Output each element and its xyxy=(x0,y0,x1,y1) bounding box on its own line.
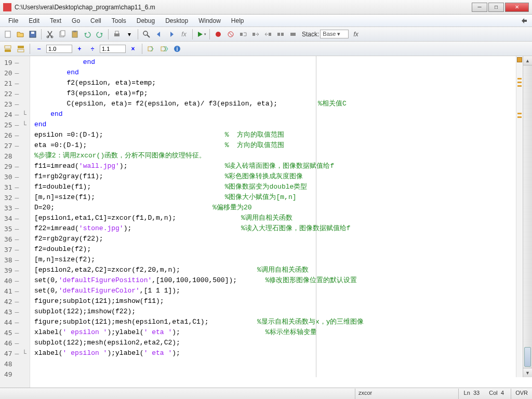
plus-icon[interactable]: + xyxy=(74,43,85,55)
redo-icon[interactable] xyxy=(94,29,105,40)
breakpoint-set-icon[interactable] xyxy=(212,29,224,40)
code-area[interactable]: end end f2(epsilon, eta)=temp; f3(epsilo… xyxy=(30,56,532,388)
save-icon[interactable] xyxy=(27,29,38,40)
svg-point-11 xyxy=(143,31,148,35)
cut-icon[interactable] xyxy=(44,29,56,40)
scroll-up-icon[interactable]: ▲ xyxy=(523,56,532,65)
svg-rect-24 xyxy=(18,46,24,48)
multiply-field[interactable] xyxy=(100,45,126,53)
titlebar: C:\Users\vera\Desktop\chap_program\chap1… xyxy=(0,0,532,15)
info-icon[interactable]: i xyxy=(171,43,183,55)
step-in-icon[interactable] xyxy=(250,29,261,40)
svg-rect-2 xyxy=(31,32,34,34)
times-icon[interactable]: × xyxy=(127,43,139,55)
stack-select[interactable]: Base ▾ xyxy=(320,30,348,38)
print-icon[interactable] xyxy=(111,29,123,40)
function-hint-icon[interactable]: fx xyxy=(178,29,190,40)
scroll-down-icon[interactable]: ▼ xyxy=(523,368,532,377)
gutter[interactable]: 19—20—21—22—23—24—└25—└26—27—2829—30—31—… xyxy=(0,56,30,388)
svg-rect-22 xyxy=(5,46,11,48)
window-title: C:\Users\vera\Desktop\chap_program\chap1… xyxy=(15,4,472,11)
svg-point-13 xyxy=(216,32,221,37)
goto-fwd-icon[interactable] xyxy=(166,29,177,40)
svg-rect-17 xyxy=(252,33,255,36)
function-browser-icon[interactable]: fx xyxy=(354,31,358,38)
step-icon[interactable] xyxy=(237,29,249,40)
open-icon[interactable] xyxy=(15,29,26,40)
new-icon[interactable] xyxy=(2,29,14,40)
svg-line-15 xyxy=(229,32,233,36)
toolbar-main: ▾ fx ▾ Stack: Base ▾ fx xyxy=(0,27,532,42)
menu-go[interactable]: Go xyxy=(68,16,84,25)
cell-insert-above-icon[interactable] xyxy=(2,43,14,55)
svg-rect-18 xyxy=(269,33,271,36)
message-strip xyxy=(516,56,522,377)
exit-debug-icon[interactable] xyxy=(287,29,299,40)
status-line-label: Ln 33 xyxy=(464,390,480,398)
status-function: zxcor xyxy=(355,389,433,399)
eval-cell-icon[interactable] xyxy=(145,43,157,55)
menu-desktop[interactable]: Desktop xyxy=(161,16,192,25)
menu-edit[interactable]: Edit xyxy=(24,16,44,25)
vertical-scrollbar[interactable]: ▲ ▼ xyxy=(523,56,532,377)
svg-rect-19 xyxy=(277,33,280,36)
close-button[interactable]: ✕ xyxy=(505,3,529,12)
svg-rect-16 xyxy=(240,33,243,36)
status-col-label: Col 4 xyxy=(489,390,504,398)
divide-icon[interactable]: ÷ xyxy=(87,43,98,55)
undo-icon[interactable] xyxy=(82,29,93,40)
svg-rect-8 xyxy=(73,31,76,32)
toolbar-cell: − + ÷ × i xyxy=(0,42,532,56)
printpreview-icon[interactable]: ▾ xyxy=(124,29,135,40)
menu-tools[interactable]: Tools xyxy=(108,16,130,25)
menubar: File Edit Text Go Cell Tools Debug Deskt… xyxy=(0,15,532,27)
find-icon[interactable] xyxy=(141,29,152,40)
minus-icon[interactable]: − xyxy=(33,43,45,55)
status-ovr: OVR xyxy=(511,389,532,399)
paste-icon[interactable] xyxy=(69,29,81,40)
continue-icon[interactable] xyxy=(275,29,286,40)
svg-line-12 xyxy=(147,35,150,37)
stack-label: Stack: xyxy=(302,31,319,38)
goto-back-icon[interactable] xyxy=(153,29,165,40)
undock-icon[interactable] xyxy=(521,17,528,24)
menu-text[interactable]: Text xyxy=(46,16,65,25)
breakpoint-clear-icon[interactable] xyxy=(225,29,236,40)
menu-cell[interactable]: Cell xyxy=(86,16,105,25)
svg-rect-23 xyxy=(5,49,11,52)
statusbar: zxcor Ln 33 Col 4 OVR xyxy=(0,388,532,399)
run-icon[interactable]: ▾ xyxy=(195,29,207,40)
cell-insert-below-icon[interactable] xyxy=(15,43,26,55)
menu-debug[interactable]: Debug xyxy=(132,16,159,25)
copy-icon[interactable] xyxy=(57,29,68,40)
decrement-field[interactable] xyxy=(46,45,72,53)
svg-rect-20 xyxy=(281,33,284,36)
app-icon xyxy=(3,3,11,11)
print-margin xyxy=(316,56,316,377)
maximize-button[interactable]: □ xyxy=(488,3,504,12)
minimize-button[interactable]: ─ xyxy=(472,3,487,12)
menu-window[interactable]: Window xyxy=(194,16,225,25)
svg-rect-21 xyxy=(290,33,296,36)
svg-rect-10 xyxy=(115,31,118,34)
svg-rect-0 xyxy=(5,31,10,37)
step-out-icon[interactable] xyxy=(262,29,274,40)
svg-rect-25 xyxy=(18,49,24,52)
menu-file[interactable]: File xyxy=(4,16,22,25)
eval-cell-advance-icon[interactable] xyxy=(158,43,170,55)
svg-text:i: i xyxy=(177,46,178,52)
scroll-thumb[interactable] xyxy=(524,347,531,367)
svg-rect-6 xyxy=(61,31,65,36)
menu-help[interactable]: Help xyxy=(227,16,248,25)
